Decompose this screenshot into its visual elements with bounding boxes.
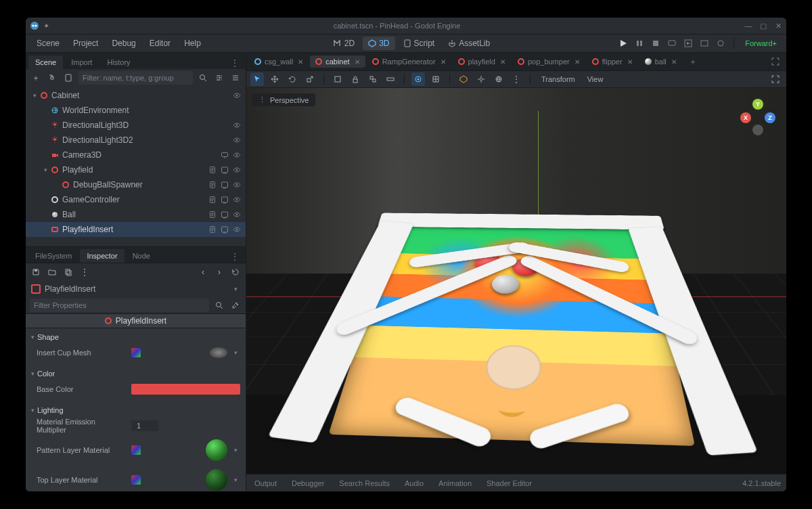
move-tool[interactable] bbox=[268, 72, 281, 86]
link-icon[interactable] bbox=[220, 210, 229, 219]
maximize-icon[interactable]: ▢ bbox=[759, 22, 767, 30]
scene-filter-input[interactable]: Filter: name, t:type, g:group bbox=[78, 71, 193, 85]
eye-icon[interactable] bbox=[232, 91, 242, 100]
history-icon[interactable] bbox=[229, 266, 242, 278]
group-shape[interactable]: Shape bbox=[31, 331, 240, 343]
orientation-gizmo[interactable]: Y X Z bbox=[740, 99, 775, 134]
inspector-kebab-icon[interactable]: ⋮ bbox=[78, 266, 91, 278]
close-tab-icon[interactable]: ✕ bbox=[627, 58, 633, 66]
bottom-pane-debugger[interactable]: Debugger bbox=[289, 478, 327, 489]
resource-icon[interactable] bbox=[131, 475, 141, 485]
close-tab-icon[interactable]: ✕ bbox=[574, 58, 580, 66]
bottom-pane-shader-editor[interactable]: Shader Editor bbox=[484, 478, 535, 489]
mode-assetlib[interactable]: AssetLib bbox=[443, 37, 495, 50]
tree-node-playfieldinsert[interactable]: PlayfieldInsert bbox=[26, 222, 246, 237]
chevron-down-icon[interactable]: ▾ bbox=[231, 447, 240, 453]
renderer-dropdown[interactable]: Forward+ bbox=[741, 38, 781, 49]
menu-editor[interactable]: Editor bbox=[144, 36, 176, 51]
menu-debug[interactable]: Debug bbox=[106, 36, 141, 51]
scene-tab-csg_wall[interactable]: csg_wall✕ bbox=[249, 56, 309, 68]
menu-project[interactable]: Project bbox=[68, 36, 104, 51]
dock-options-icon[interactable]: ⋮ bbox=[227, 250, 243, 263]
tab-filesystem[interactable]: FileSystem bbox=[28, 249, 78, 263]
movie-button[interactable] bbox=[715, 37, 727, 49]
chevron-down-icon[interactable]: ▾ bbox=[231, 286, 240, 292]
eye-icon[interactable] bbox=[232, 165, 242, 175]
link-icon[interactable] bbox=[220, 165, 229, 175]
eye-icon[interactable] bbox=[232, 225, 242, 234]
chevron-down-icon[interactable]: ▾ bbox=[231, 477, 240, 483]
view-menu[interactable]: View bbox=[583, 75, 608, 83]
search-icon[interactable] bbox=[197, 72, 209, 84]
tree-node-ball[interactable]: Ball bbox=[26, 207, 246, 222]
menu-scene[interactable]: Scene bbox=[31, 36, 65, 51]
script-icon[interactable] bbox=[208, 210, 217, 219]
instance-scene-button[interactable] bbox=[46, 72, 58, 84]
group-color[interactable]: Color bbox=[31, 368, 240, 380]
tool-environment[interactable] bbox=[492, 72, 505, 86]
tree-node-gamecontroller[interactable]: GameController bbox=[26, 192, 246, 207]
attach-script-button[interactable] bbox=[62, 72, 74, 84]
tool-camera-override[interactable] bbox=[457, 72, 470, 86]
eye-icon[interactable] bbox=[232, 120, 242, 130]
mode-script[interactable]: Script bbox=[398, 37, 441, 50]
snap-toggle[interactable] bbox=[429, 72, 443, 86]
scene-tab-playfield[interactable]: playfield✕ bbox=[453, 56, 511, 68]
tab-node[interactable]: Node bbox=[126, 249, 157, 263]
history-back-button[interactable]: ‹ bbox=[197, 266, 209, 278]
tree-node-debugballspawner[interactable]: DebugBallSpawner bbox=[26, 177, 246, 192]
select-tool[interactable] bbox=[250, 72, 264, 86]
eye-icon[interactable] bbox=[232, 210, 242, 219]
tree-node-directionallight3d[interactable]: DirectionalLight3D bbox=[26, 118, 246, 133]
resource-icon[interactable] bbox=[131, 348, 141, 357]
load-resource-button[interactable] bbox=[46, 266, 58, 278]
link-icon[interactable] bbox=[220, 195, 229, 204]
eye-icon[interactable] bbox=[232, 195, 242, 204]
class-header-playfieldinsert[interactable]: PlayfieldInsert bbox=[26, 313, 246, 328]
close-tab-icon[interactable]: ✕ bbox=[500, 58, 505, 66]
distraction-free-icon[interactable] bbox=[769, 72, 782, 86]
copy-resource-button[interactable] bbox=[62, 266, 74, 278]
remote-icon[interactable] bbox=[666, 37, 678, 49]
mode-3d[interactable]: 3D bbox=[363, 37, 394, 50]
history-forward-button[interactable]: › bbox=[213, 266, 225, 278]
add-node-button[interactable]: ＋ bbox=[30, 72, 42, 84]
tool-list-select[interactable] bbox=[331, 72, 344, 86]
axis-x[interactable]: X bbox=[740, 112, 751, 123]
tree-node-camera3d[interactable]: Camera3D bbox=[26, 148, 246, 162]
axis-neg[interactable] bbox=[752, 125, 763, 135]
tab-import[interactable]: Import bbox=[64, 56, 99, 69]
chevron-down-icon[interactable]: ▾ bbox=[231, 349, 240, 356]
close-tab-icon[interactable]: ✕ bbox=[298, 58, 303, 66]
tab-inspector[interactable]: Inspector bbox=[80, 249, 124, 263]
inspector-tools-icon[interactable] bbox=[229, 299, 242, 311]
bottom-pane-output[interactable]: Output bbox=[252, 478, 279, 489]
filter-options-icon[interactable] bbox=[213, 72, 225, 84]
group-lighting[interactable]: Lighting bbox=[31, 404, 240, 416]
number-input[interactable]: 1 bbox=[131, 420, 158, 431]
titlebar[interactable]: ✦ cabinet.tscn - PinHead - Godot Engine … bbox=[26, 18, 786, 34]
inspector-object-header[interactable]: PlayfieldInsert ▾ bbox=[26, 281, 246, 297]
scene-tree[interactable]: ▾CabinetWorldEnvironmentDirectionalLight… bbox=[26, 87, 246, 246]
vp-kebab[interactable]: ⋮ bbox=[510, 72, 523, 86]
bottom-pane-audio[interactable]: Audio bbox=[402, 478, 426, 489]
scene-tab-cabinet[interactable]: cabinet✕ bbox=[310, 56, 365, 68]
color-picker[interactable] bbox=[131, 384, 240, 395]
close-icon[interactable]: ✕ bbox=[774, 22, 782, 30]
pin-icon[interactable]: ✦ bbox=[43, 22, 49, 30]
play-scene-button[interactable] bbox=[682, 37, 694, 49]
scene-more-icon[interactable] bbox=[229, 72, 242, 84]
tab-scene[interactable]: Scene bbox=[28, 56, 63, 69]
script-icon[interactable] bbox=[208, 225, 217, 234]
close-tab-icon[interactable]: ✕ bbox=[441, 58, 446, 66]
script-icon[interactable] bbox=[208, 180, 217, 190]
preview-icon[interactable] bbox=[220, 150, 229, 160]
tree-node-playfield[interactable]: ▾Playfield bbox=[26, 162, 246, 177]
transform-menu[interactable]: Transform bbox=[537, 75, 579, 83]
perspective-dropdown[interactable]: ⋮ Perspective bbox=[252, 93, 315, 106]
pause-button[interactable] bbox=[633, 37, 646, 49]
bottom-pane-search-results[interactable]: Search Results bbox=[336, 478, 392, 489]
scale-tool[interactable] bbox=[303, 72, 317, 86]
tree-node-directionallight3d2[interactable]: DirectionalLight3D2 bbox=[26, 133, 246, 148]
mode-2d[interactable]: 2D bbox=[328, 37, 360, 50]
